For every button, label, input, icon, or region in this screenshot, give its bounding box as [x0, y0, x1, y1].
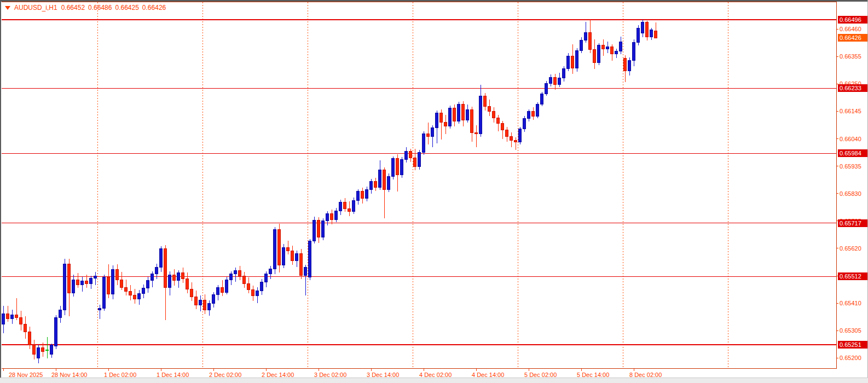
- candle-body: [514, 140, 517, 142]
- candle-body: [655, 31, 657, 38]
- candle-body: [326, 214, 329, 220]
- candle-body: [155, 267, 158, 274]
- symbol-marker-icon: [5, 6, 10, 10]
- high-value: 0.66486: [88, 4, 112, 11]
- candle-body: [68, 264, 71, 293]
- candle-body: [195, 297, 198, 305]
- candle-body: [374, 182, 377, 187]
- candle-body: [94, 276, 97, 278]
- candle-body: [392, 159, 395, 176]
- candle-body: [563, 69, 565, 78]
- window-bottom-edge: [0, 378, 868, 383]
- candle-body: [440, 113, 443, 123]
- candle-body: [256, 291, 259, 296]
- candle-body: [134, 295, 136, 299]
- candle-body: [466, 109, 469, 120]
- candle-body: [169, 275, 171, 288]
- candle-body: [261, 282, 263, 291]
- candle-body: [274, 230, 276, 269]
- candle-body: [405, 151, 408, 159]
- candle-body: [221, 288, 224, 293]
- candle-body: [387, 176, 390, 189]
- candle-body: [11, 315, 14, 319]
- candle-body: [252, 289, 254, 295]
- candle-body: [313, 220, 316, 241]
- chart-title: AUDUSD_i,H1 0.664520.664860.664250.66426: [5, 4, 169, 11]
- candle-body: [186, 278, 189, 289]
- candle-body: [541, 94, 543, 104]
- candle-body: [164, 249, 167, 288]
- candle-body: [357, 192, 360, 200]
- symbol-period-label: AUDUSD_i,H1: [14, 4, 57, 11]
- candle-body: [107, 277, 110, 294]
- candle-body: [532, 112, 535, 117]
- candle-body: [352, 200, 355, 211]
- candle-body: [239, 270, 241, 276]
- candle-body: [59, 310, 62, 317]
- candle-body: [436, 113, 438, 128]
- candle-body: [217, 288, 219, 295]
- candle-body: [536, 105, 539, 117]
- candle-body: [545, 83, 548, 94]
- candle-body: [234, 270, 237, 274]
- candle-body: [24, 324, 27, 332]
- candle-body: [475, 132, 478, 134]
- candle-body: [620, 42, 622, 51]
- candle-body: [20, 317, 22, 324]
- candle-body: [129, 292, 132, 295]
- candle-body: [458, 105, 460, 121]
- window-border-top: [0, 0, 868, 2]
- candle-body: [611, 47, 614, 54]
- candle-body: [160, 249, 163, 267]
- candle-body: [112, 269, 114, 294]
- candle-body: [278, 230, 281, 265]
- candle-body: [401, 160, 403, 175]
- price-axis[interactable]: [837, 2, 868, 369]
- candle-body: [177, 273, 180, 280]
- candle-body: [576, 50, 578, 68]
- candle-body: [628, 60, 631, 71]
- chart-window: AUDUSD_i,H1 0.664520.664860.664250.66426…: [0, 0, 868, 383]
- candle-body: [304, 267, 307, 275]
- candle-body: [479, 96, 482, 134]
- time-axis[interactable]: [2, 369, 837, 378]
- candle-body: [37, 347, 40, 358]
- candle-body: [431, 128, 434, 137]
- candle-body: [335, 211, 338, 219]
- candle-body: [85, 281, 88, 284]
- candle-body: [173, 275, 176, 281]
- candle-body: [589, 33, 592, 50]
- candle-body: [348, 208, 351, 211]
- candle-body: [265, 274, 268, 282]
- candle-body: [344, 202, 346, 208]
- candle-body: [602, 45, 605, 49]
- candle-body: [449, 108, 452, 126]
- candle-body: [225, 280, 228, 292]
- candle-body: [615, 51, 618, 54]
- candle-body: [580, 40, 583, 50]
- candle-body: [269, 269, 272, 274]
- candle-body: [633, 43, 635, 60]
- candle-body: [471, 109, 473, 132]
- candle-body: [624, 59, 627, 71]
- candle-body: [501, 124, 504, 130]
- candle-body: [488, 106, 491, 112]
- candle-body: [528, 112, 530, 118]
- candle-body: [366, 189, 368, 198]
- window-border-left: [0, 0, 1, 383]
- ohlc-values: 0.664520.664860.664250.66426: [61, 4, 170, 11]
- candle-body: [7, 314, 9, 319]
- candle-body: [606, 47, 609, 49]
- open-value: 0.66452: [61, 4, 85, 11]
- candle-body: [427, 134, 430, 137]
- candle-body: [287, 248, 290, 251]
- candle-body: [212, 295, 215, 303]
- candle-body: [585, 33, 587, 40]
- candle-body: [182, 273, 184, 278]
- candlestick-chart[interactable]: 0.664600.663550.662500.661450.660400.659…: [0, 0, 868, 383]
- candle-body: [493, 112, 495, 118]
- candle-body: [204, 300, 206, 310]
- low-value: 0.66425: [115, 4, 138, 11]
- plot-area[interactable]: [2, 2, 837, 369]
- candle-body: [99, 309, 101, 310]
